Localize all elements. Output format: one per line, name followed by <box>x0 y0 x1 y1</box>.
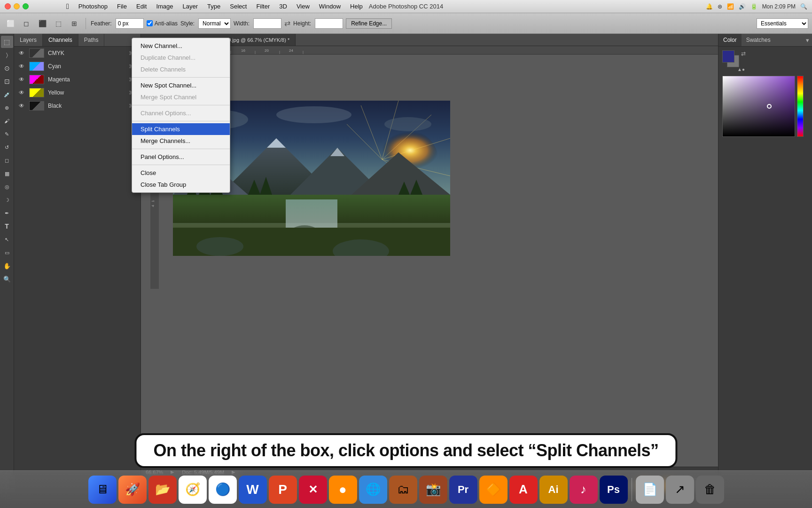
path-selection-tool[interactable]: ↖ <box>1 233 13 246</box>
menu-view[interactable]: View <box>293 2 313 11</box>
menu-help[interactable]: Help <box>346 2 367 11</box>
channel-row-cyan[interactable]: 👁 Cyan ⌘3 <box>14 60 141 73</box>
dock-item-premiere[interactable]: Pr <box>449 476 477 504</box>
blur-tool[interactable]: ◎ <box>1 181 13 193</box>
type-tool[interactable]: T <box>1 220 13 232</box>
apple-logo[interactable]:  <box>66 2 69 11</box>
dock-item-globe[interactable]: 🌐 <box>359 476 387 504</box>
eraser-tool[interactable]: ◻ <box>1 154 13 167</box>
channel-eye-cyan[interactable]: 👁 <box>18 63 25 70</box>
eyedropper-tool[interactable]: 💉 <box>1 88 13 101</box>
menu-3d[interactable]: 3D <box>275 2 291 11</box>
channel-eye-black[interactable]: 👁 <box>18 102 25 110</box>
dock-item-photoshop[interactable]: Ps <box>600 476 628 504</box>
dock-item-word[interactable]: W <box>239 476 267 504</box>
tab-paths[interactable]: Paths <box>78 34 105 46</box>
dock-item-acrobat[interactable]: A <box>509 476 538 504</box>
right-panel-options-icon[interactable]: ▾ <box>803 37 812 44</box>
menu-select[interactable]: Select <box>226 2 250 11</box>
essentials-select[interactable]: Essentials <box>757 18 808 29</box>
refine-edge-button[interactable]: Refine Edge... <box>346 18 392 29</box>
hand-tool[interactable]: ✋ <box>1 260 13 272</box>
channel-eye-yellow[interactable]: 👁 <box>18 89 25 96</box>
close-button[interactable] <box>5 3 11 9</box>
dock-item-opera[interactable]: ✕ <box>299 476 327 504</box>
width-input[interactable] <box>253 18 281 29</box>
traffic-lights[interactable] <box>0 3 29 9</box>
swap-colors-icon[interactable]: ⇄ <box>741 50 746 57</box>
clone-stamp-tool[interactable]: ✎ <box>1 128 13 140</box>
menu-split-channels[interactable]: Split Channels <box>132 123 230 135</box>
dock-item-launchpad[interactable]: 🚀 <box>118 476 147 504</box>
marquee-tool-btn[interactable]: ⬜ <box>4 17 17 30</box>
dock-item-files[interactable]: 📄 <box>636 476 664 504</box>
dock-item-chrome[interactable]: 🔵 <box>209 476 237 504</box>
minimize-button[interactable] <box>14 3 20 9</box>
menu-edit[interactable]: Edit <box>133 2 150 11</box>
swap-icon[interactable]: ⇄ <box>284 19 290 28</box>
tab-layers[interactable]: Layers <box>14 34 43 46</box>
hue-slider[interactable] <box>797 76 804 137</box>
menu-channel-options[interactable]: Channel Options... <box>132 107 230 119</box>
tool-option-1[interactable]: ◻ <box>20 17 33 30</box>
menu-layer[interactable]: Layer <box>179 2 202 11</box>
menu-merge-channels[interactable]: Merge Channels... <box>132 135 230 147</box>
quick-selection-tool[interactable]: ⊙ <box>1 62 13 74</box>
menu-image[interactable]: Image <box>152 2 177 11</box>
history-brush-tool[interactable]: ↺ <box>1 141 13 153</box>
tool-option-2[interactable]: ⬛ <box>36 17 49 30</box>
menu-new-spot-channel[interactable]: New Spot Channel... <box>132 79 230 91</box>
menu-type[interactable]: Type <box>203 2 224 11</box>
dock-item-folder[interactable]: 🗂 <box>389 476 417 504</box>
tool-option-3[interactable]: ⬚ <box>52 17 65 30</box>
bluetooth-icon[interactable]: ⊛ <box>718 3 722 10</box>
menu-photoshop[interactable]: Photoshop <box>75 2 111 11</box>
default-colors-icon[interactable]: ▲● <box>737 67 745 72</box>
menu-file[interactable]: File <box>113 2 131 11</box>
crop-tool[interactable]: ⊡ <box>1 75 13 87</box>
zoom-tool[interactable]: 🔍 <box>1 273 13 285</box>
search-icon[interactable]: 🔍 <box>800 3 807 10</box>
dock-item-safari[interactable]: 🧭 <box>179 476 207 504</box>
tab-swatches[interactable]: Swatches <box>742 34 775 46</box>
dock-item-camera[interactable]: 📸 <box>419 476 447 504</box>
menu-close[interactable]: Close <box>132 167 230 179</box>
dock-item-recents[interactable]: 📂 <box>148 476 177 504</box>
battery-icon[interactable]: 🔋 <box>750 3 757 10</box>
menu-delete-channels[interactable]: Delete Channels <box>132 64 230 75</box>
wifi-icon[interactable]: 📶 <box>727 3 734 10</box>
tab-channels[interactable]: Channels <box>43 34 78 46</box>
channel-row-yellow[interactable]: 👁 Yellow ⌘5 <box>14 86 141 99</box>
pen-tool[interactable]: ✒ <box>1 207 13 219</box>
dock-item-illustrator[interactable]: Ai <box>539 476 568 504</box>
dock-item-trash[interactable]: 🗑 <box>696 476 724 504</box>
channel-row-magenta[interactable]: 👁 Magenta ⌘4 <box>14 73 141 86</box>
dock-item-powerpoint[interactable]: P <box>269 476 297 504</box>
dock-item-vlc[interactable]: 🔶 <box>479 476 508 504</box>
menu-filter[interactable]: Filter <box>252 2 273 11</box>
menu-panel-options[interactable]: Panel Options... <box>132 151 230 163</box>
maximize-button[interactable] <box>23 3 29 9</box>
menu-merge-spot-channel[interactable]: Merge Spot Channel <box>132 91 230 103</box>
channel-row-cmyk[interactable]: 👁 CMYK ⌘2 <box>14 47 141 60</box>
menu-new-channel[interactable]: New Channel... <box>132 40 230 52</box>
color-saturation-brightness[interactable] <box>722 76 795 137</box>
dock-item-orange[interactable]: ● <box>329 476 357 504</box>
style-select[interactable]: Normal <box>198 18 231 29</box>
feather-input[interactable] <box>116 18 144 29</box>
lasso-tool[interactable]: 〉 <box>1 49 13 61</box>
rectangular-marquee-tool[interactable]: ⬚ <box>1 36 13 48</box>
gradient-tool[interactable]: ▦ <box>1 167 13 180</box>
notification-icon[interactable]: 🔔 <box>706 3 713 10</box>
dock-item-migration[interactable]: ↗ <box>666 476 694 504</box>
rectangle-tool[interactable]: ▭ <box>1 246 13 259</box>
menu-window[interactable]: Window <box>315 2 344 11</box>
healing-brush-tool[interactable]: ⊕ <box>1 102 13 114</box>
channel-row-black[interactable]: 👁 Black ⌘6 <box>14 99 141 112</box>
brush-tool[interactable]: 🖌 <box>1 115 13 127</box>
volume-icon[interactable]: 🔊 <box>739 3 746 10</box>
dock-item-itunes[interactable]: ♪ <box>570 476 598 504</box>
foreground-color-swatch[interactable] <box>722 50 734 63</box>
anti-alias-checkbox[interactable] <box>147 20 153 26</box>
tab-color[interactable]: Color <box>718 34 742 46</box>
